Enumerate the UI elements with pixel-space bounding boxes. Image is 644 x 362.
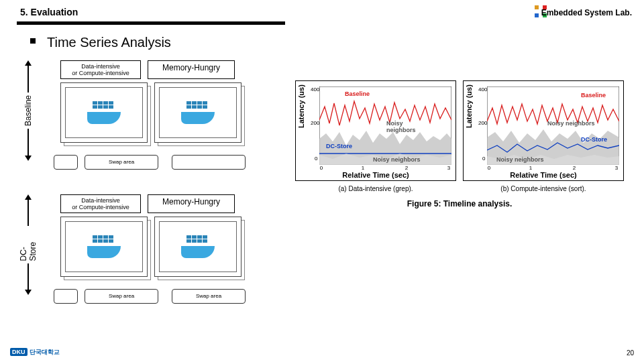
svg-text:neighbors: neighbors xyxy=(386,127,416,133)
chart-a: Latency (us) 400 200 0 0 1 2 3 Baseline … xyxy=(295,80,456,181)
lab-name-label: Embedded System Lab. xyxy=(541,8,632,17)
baseline-containers: Swap area xyxy=(40,82,262,156)
dcstore-axis: DC-Store xyxy=(23,194,33,295)
baseline-axis: Baseline xyxy=(23,60,33,161)
swap-area-label: Swap area xyxy=(172,289,246,304)
page-number: 20 xyxy=(627,349,634,357)
chart-a-ylabel: Latency (us) xyxy=(297,84,305,128)
legend-noisy: Noisy xyxy=(386,120,403,127)
chart-a-plot: Baseline Noisy neighbors DC-Store Noisy … xyxy=(319,86,451,165)
memory-hungry-label: Memory-Hungry xyxy=(148,194,235,213)
swap-area-empty xyxy=(172,155,246,170)
docker-whale-icon xyxy=(181,235,215,258)
svg-text:Baseline: Baseline xyxy=(581,92,606,99)
chart-b: Latency (us) 400 200 0 0 1 2 3 Baseline … xyxy=(463,80,624,181)
chart-b-plot: Baseline Noisy neighbors DC-Store Noisy … xyxy=(487,86,619,165)
docker-whale-icon xyxy=(181,101,215,124)
dcstore-container-1 xyxy=(60,217,148,277)
header-rule-thin xyxy=(17,24,285,25)
baseline-container-1 xyxy=(60,82,148,143)
chart-b-ylabel: Latency (us) xyxy=(465,84,473,128)
chart-b-caption: (b) Compute-intensive (sort). xyxy=(463,185,624,192)
data-intensive-label: Data-intensive or Compute-intensive xyxy=(60,194,141,213)
swap-area-label: Swap area xyxy=(85,289,158,304)
chart-a-xlabel: Relative Time (sec) xyxy=(342,171,409,179)
dcstore-container-2 xyxy=(154,217,241,277)
disk-icon xyxy=(54,155,78,170)
baseline-section: Baseline Data-intensive or Compute-inten… xyxy=(23,60,275,168)
charts-figure: Latency (us) 400 200 0 0 1 2 3 Baseline … xyxy=(288,80,631,208)
bullet-icon xyxy=(30,38,36,44)
legend-baseline: Baseline xyxy=(345,90,370,97)
slide-main-title: Time Series Analysis xyxy=(47,35,171,50)
architecture-diagram: Baseline Data-intensive or Compute-inten… xyxy=(23,60,275,328)
svg-text:Noisy neighbors: Noisy neighbors xyxy=(496,156,544,163)
legend-dcstore: DC-Store xyxy=(326,143,352,149)
dcstore-section: DC-Store Data-intensive or Compute-inten… xyxy=(23,194,275,302)
disk-icon xyxy=(54,289,78,304)
section-number-title: 5. Evaluation xyxy=(20,7,78,17)
svg-text:DC-Store: DC-Store xyxy=(581,136,607,143)
data-intensive-label: Data-intensive or Compute-intensive xyxy=(60,60,141,79)
chart-a-caption: (a) Data-intensive (grep). xyxy=(295,185,456,192)
memory-hungry-label: Memory-Hungry xyxy=(148,60,235,79)
svg-text:Noisy neighbors: Noisy neighbors xyxy=(373,156,421,163)
docker-whale-icon xyxy=(87,101,121,124)
dcstore-axis-label: DC-Store xyxy=(19,229,38,261)
baseline-axis-label: Baseline xyxy=(23,95,33,126)
university-logo: DKU단국대학교 xyxy=(10,348,60,357)
docker-whale-icon xyxy=(87,235,121,258)
figure-title: Figure 5: Timeline analysis. xyxy=(288,199,631,208)
chart-b-xlabel: Relative Time (sec) xyxy=(510,171,576,179)
swap-area-label: Swap area xyxy=(85,155,158,170)
baseline-container-2 xyxy=(154,82,241,143)
dcstore-containers: Swap area Swap area xyxy=(40,217,262,290)
svg-text:Noisy neighbors: Noisy neighbors xyxy=(547,120,595,127)
